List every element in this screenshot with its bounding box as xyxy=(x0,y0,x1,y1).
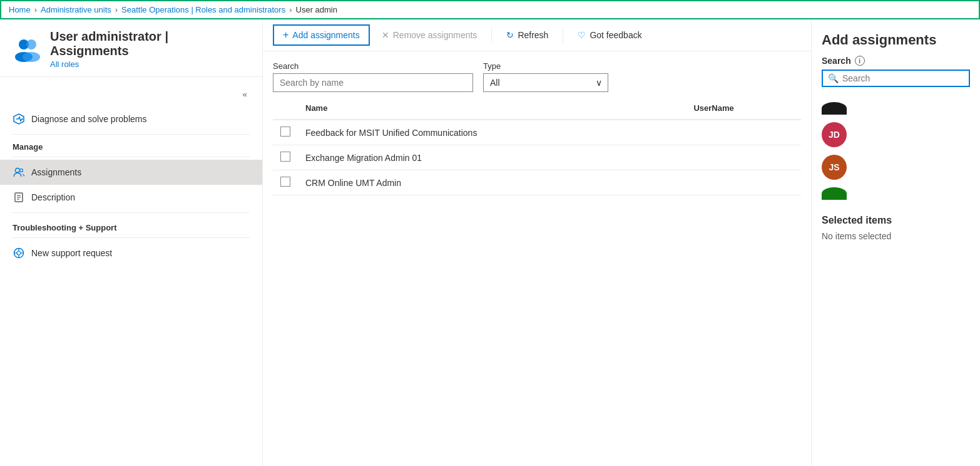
breadcrumb-admin-units[interactable]: Administrative units xyxy=(41,5,111,14)
sidebar-item-diagnose[interactable]: Diagnose and solve problems xyxy=(0,106,262,132)
avatar-top xyxy=(822,102,847,115)
content-area: + Add assignments ✕ Remove assignments ↻… xyxy=(263,19,811,466)
svg-point-3 xyxy=(23,52,40,62)
avatar-js: JS xyxy=(822,155,847,180)
page-subtitle: All roles xyxy=(50,60,250,69)
table-header-checkbox xyxy=(273,97,298,120)
avatar-item-jd[interactable]: JD xyxy=(822,120,970,150)
row-checkbox-cell xyxy=(273,120,298,145)
collapse-button[interactable]: « xyxy=(235,85,255,104)
selected-section: Selected items No items selected xyxy=(812,207,980,249)
type-select[interactable]: All User Group Service Principal xyxy=(483,73,608,92)
avatar-jd: JD xyxy=(822,122,847,147)
search-input[interactable] xyxy=(273,73,473,92)
breadcrumb: Home › Administrative units › Seattle Op… xyxy=(0,0,980,19)
breadcrumb-sep-2: › xyxy=(115,5,118,14)
breadcrumb-home[interactable]: Home xyxy=(9,5,31,14)
page-title: User administrator | Assignments xyxy=(50,29,250,58)
selected-items-label: Selected items xyxy=(822,215,970,226)
row-name-0: Feedback for MSIT Unified Communications xyxy=(298,120,686,145)
right-panel-header: Add assignments xyxy=(812,19,980,56)
search-filter-group: Search xyxy=(273,61,473,92)
support-label: New support request xyxy=(31,248,112,258)
sidebar-nav: « Diagnose and solve problems Manage xyxy=(0,77,262,271)
filter-area: Search Type All User Group Service Princ… xyxy=(263,51,811,97)
users-icon xyxy=(13,166,25,179)
table-row[interactable]: Exchange Migration Admin 01 xyxy=(273,145,801,170)
remove-label: Remove assignments xyxy=(393,30,477,40)
breadcrumb-seattle-ops[interactable]: Seattle Operations | Roles and administr… xyxy=(121,5,285,14)
table-row[interactable]: Feedback for MSIT Unified Communications xyxy=(273,120,801,145)
refresh-label: Refresh xyxy=(518,30,548,40)
type-select-wrapper: All User Group Service Principal ∨ xyxy=(483,73,608,92)
remove-assignments-button[interactable]: ✕ Remove assignments xyxy=(372,26,487,44)
page-header-text: User administrator | Assignments All rol… xyxy=(50,29,250,69)
search-filter-label: Search xyxy=(273,61,473,71)
row-username-1 xyxy=(686,145,801,170)
nav-divider-3 xyxy=(13,212,250,213)
breadcrumb-sep-1: › xyxy=(34,5,37,14)
info-icon[interactable]: i xyxy=(855,56,865,66)
breadcrumb-current: User admin xyxy=(296,5,337,14)
sidebar-item-description[interactable]: Description xyxy=(0,185,262,210)
row-checkbox-2[interactable] xyxy=(280,177,290,187)
page-header: User administrator | Assignments All rol… xyxy=(0,19,262,77)
avatar-item-js[interactable]: JS xyxy=(822,152,970,182)
row-checkbox-cell xyxy=(273,145,298,170)
table-area: Name UserName Feedback for MSIT Unified … xyxy=(263,97,811,466)
avatar-jd-initials: JD xyxy=(829,130,840,140)
search-section: Search i 🔍 xyxy=(812,56,980,95)
heart-icon: ♡ xyxy=(578,30,586,40)
sidebar-item-assignments[interactable]: Assignments xyxy=(0,160,262,185)
nav-divider-1 xyxy=(13,134,250,135)
type-filter-group: Type All User Group Service Principal ∨ xyxy=(483,61,608,92)
manage-section-label: Manage xyxy=(0,137,262,154)
right-panel-title: Add assignments xyxy=(822,32,970,48)
row-username-2 xyxy=(686,170,801,195)
table-header-username: UserName xyxy=(686,97,801,120)
table-row[interactable]: CRM Online UMT Admin xyxy=(273,170,801,195)
table-header-name: Name xyxy=(298,97,686,120)
search-label-text: Search xyxy=(822,56,851,66)
right-panel-search-input[interactable] xyxy=(842,73,964,83)
diagnose-label: Diagnose and solve problems xyxy=(31,114,146,124)
support-icon xyxy=(13,247,25,259)
row-checkbox-0[interactable] xyxy=(280,127,290,137)
nav-divider-4 xyxy=(13,237,250,238)
refresh-icon: ↻ xyxy=(506,30,514,40)
toolbar-sep-1 xyxy=(491,28,492,43)
description-label: Description xyxy=(31,192,75,202)
avatar-list: JD JS xyxy=(812,95,980,207)
remove-icon: ✕ xyxy=(382,30,389,40)
avatar-item-bottom[interactable] xyxy=(822,185,970,202)
toolbar: + Add assignments ✕ Remove assignments ↻… xyxy=(263,19,811,51)
description-icon xyxy=(13,191,25,204)
svg-point-11 xyxy=(17,251,21,255)
search-input-wrapper: 🔍 xyxy=(822,70,970,87)
add-assignments-button[interactable]: + Add assignments xyxy=(273,24,370,46)
row-username-0 xyxy=(686,120,801,145)
sidebar-item-support[interactable]: New support request xyxy=(0,241,262,266)
page-header-icon xyxy=(13,34,43,65)
avatar-item-top[interactable] xyxy=(822,100,970,117)
feedback-button[interactable]: ♡ Got feedback xyxy=(568,26,651,44)
avatar-js-initials: JS xyxy=(829,162,839,172)
sidebar: User administrator | Assignments All rol… xyxy=(0,19,263,466)
troubleshooting-section-label: Troubleshooting + Support xyxy=(0,215,262,235)
type-filter-label: Type xyxy=(483,61,608,71)
search-magnifier-icon: 🔍 xyxy=(828,73,839,83)
add-icon: + xyxy=(283,29,288,41)
diagnose-icon xyxy=(13,113,25,125)
no-items-text: No items selected xyxy=(822,231,970,241)
search-section-label: Search i xyxy=(822,56,970,66)
toolbar-sep-2 xyxy=(563,28,563,43)
right-panel: Add assignments Search i 🔍 JD xyxy=(811,19,980,466)
assignments-table: Name UserName Feedback for MSIT Unified … xyxy=(273,97,801,195)
row-checkbox-cell xyxy=(273,170,298,195)
svg-point-1 xyxy=(26,39,36,49)
row-checkbox-1[interactable] xyxy=(280,152,290,162)
refresh-button[interactable]: ↻ Refresh xyxy=(497,26,558,44)
svg-point-4 xyxy=(16,168,20,173)
row-name-1: Exchange Migration Admin 01 xyxy=(298,145,686,170)
assignments-label: Assignments xyxy=(31,167,81,177)
